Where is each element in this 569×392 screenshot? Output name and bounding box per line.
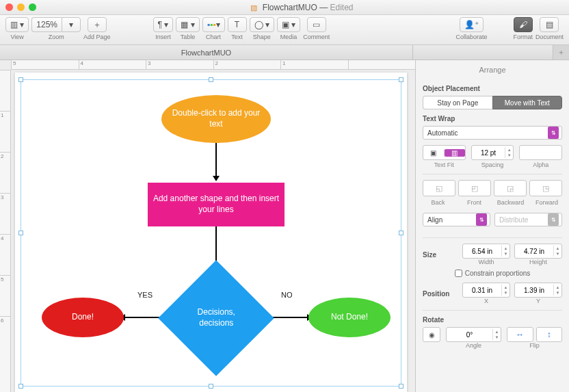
shape-button[interactable]: ◯ ▾ [250, 17, 274, 32]
angle-stepper[interactable]: ▲▼ [446, 327, 501, 342]
angle-input[interactable] [447, 331, 492, 339]
send-to-back-button[interactable]: ◱ [423, 180, 455, 196]
media-button[interactable]: ▣ ▾ [277, 17, 300, 32]
inline-fit-icon: ▣ [423, 149, 445, 157]
width-input[interactable] [463, 248, 501, 255]
bring-to-front-button[interactable]: ◰ [458, 180, 491, 196]
zoom-dropdown-button[interactable]: ▾ [62, 17, 81, 32]
collaborate-label: Collaborate [455, 34, 487, 40]
flip-label: Flip [507, 342, 562, 349]
horizontal-ruler: 54321 [11, 60, 415, 70]
chevron-updown-icon: ⇅ [548, 213, 559, 226]
tab-flowchartmuo[interactable]: FlowchartMUO [0, 45, 413, 60]
view-button[interactable]: ▥ ▾ [5, 17, 29, 32]
zoom-label: Zoom [49, 34, 64, 40]
canvas-area[interactable]: 54321 123456 [0, 60, 415, 392]
document-button[interactable]: ▤ [540, 17, 559, 32]
placement-heading: Object Placement [423, 85, 562, 92]
flip-horizontal-button[interactable]: ↔ [507, 327, 533, 342]
chart-label: Chart [206, 34, 221, 40]
size-label: Size [423, 251, 457, 259]
resize-handle-bl[interactable] [18, 384, 23, 389]
zoom-value-button[interactable]: 125% [31, 17, 62, 32]
view-label: View [10, 34, 23, 40]
comment-label: Comment [303, 34, 330, 40]
rotation-knob[interactable]: ◉ [423, 327, 440, 342]
chevron-updown-icon: ⇅ [476, 213, 487, 226]
connector-label-no[interactable]: NO [281, 291, 293, 299]
minimize-icon[interactable] [17, 3, 25, 11]
constrain-proportions-checkbox[interactable] [455, 270, 462, 277]
spacing-input[interactable] [472, 149, 505, 157]
forward-label: Forward [531, 199, 562, 206]
height-input[interactable] [515, 248, 553, 255]
window-controls [5, 3, 36, 11]
move-with-text-option[interactable]: Move with Text [492, 96, 563, 109]
resize-handle-tr[interactable] [399, 77, 403, 82]
y-stepper[interactable]: ▲▼ [514, 283, 562, 298]
textwrap-dropdown[interactable]: Automatic⇅ [423, 126, 562, 140]
bring-forward-button[interactable]: ◳ [529, 180, 562, 196]
rotate-heading: Rotate [423, 316, 562, 324]
send-backward-button[interactable]: ◲ [494, 180, 527, 196]
terminator-shape-start[interactable]: Double-click to add your text [161, 95, 271, 143]
resize-handle-br[interactable] [399, 384, 403, 389]
flip-vertical-button[interactable]: ↕ [536, 327, 563, 342]
connector-label-yes[interactable]: YES [137, 291, 153, 299]
width-stepper[interactable]: ▲▼ [462, 244, 510, 259]
table-button[interactable]: ▦ ▾ [176, 17, 199, 32]
table-label: Table [181, 34, 196, 40]
placement-segment[interactable]: Stay on Page Move with Text [423, 96, 562, 109]
alpha-label: Alpha [533, 161, 548, 168]
main-toolbar: ▥ ▾ View 125% ▾ Zoom ＋ Add Page ¶ ▾ Inse… [0, 15, 569, 45]
window-titlebar: ▧ FlowchartMUO — Edited [0, 0, 569, 15]
stay-on-page-option[interactable]: Stay on Page [423, 96, 492, 109]
position-label: Position [423, 290, 457, 298]
text-fit-toggle[interactable]: ▣▥ [423, 145, 466, 160]
resize-handle-tm[interactable] [209, 77, 213, 82]
width-label: Width [462, 259, 510, 265]
document-page[interactable]: Double-click to add your text Add anothe… [15, 73, 407, 392]
textwrap-heading: Text Wrap [423, 115, 562, 122]
vertical-ruler: 123456 [0, 70, 11, 392]
inspector-panel: Arrange Object Placement Stay on Page Mo… [415, 60, 569, 392]
terminator-shape-done[interactable]: Done! [42, 298, 124, 337]
chart-button[interactable]: ▪▪▪ ▾ [202, 17, 225, 32]
y-input[interactable] [515, 287, 553, 294]
distribute-dropdown[interactable]: Distribute⇅ [494, 213, 562, 226]
process-shape[interactable]: Add another shape and then insert your l… [148, 183, 284, 226]
decision-shape[interactable]: Decisions, decisions [158, 260, 274, 376]
selection-box[interactable]: Double-click to add your text Add anothe… [21, 79, 401, 387]
document-title: ▧ FlowchartMUO — Edited [40, 3, 564, 12]
y-label: Y [514, 298, 562, 304]
align-dropdown[interactable]: Align⇅ [423, 213, 490, 226]
close-icon[interactable] [5, 3, 13, 11]
x-stepper[interactable]: ▲▼ [462, 283, 510, 298]
terminator-shape-notdone[interactable]: Not Done! [308, 298, 391, 337]
connector-line[interactable] [215, 143, 217, 177]
text-button[interactable]: T [228, 17, 247, 32]
spacing-label: Spacing [481, 161, 504, 168]
add-page-button[interactable]: ＋ [88, 17, 107, 32]
x-input[interactable] [463, 287, 501, 294]
resize-handle-mr[interactable] [399, 231, 403, 235]
tab-strip: FlowchartMUO ＋ [0, 45, 569, 60]
back-label: Back [423, 199, 453, 206]
insert-button[interactable]: ¶ ▾ [153, 17, 174, 32]
angle-label: Angle [446, 342, 501, 349]
resize-handle-bm[interactable] [209, 384, 213, 389]
height-stepper[interactable]: ▲▼ [514, 244, 562, 259]
x-label: X [462, 298, 510, 304]
collaborate-button[interactable]: 👤⁺ [460, 17, 484, 32]
resize-handle-tl[interactable] [18, 77, 23, 82]
alpha-field[interactable] [519, 145, 562, 160]
format-button[interactable]: 🖌 [514, 17, 533, 32]
above-below-fit-icon: ▥ [445, 149, 465, 157]
resize-handle-ml[interactable] [18, 231, 23, 235]
spacing-stepper[interactable]: ▲▼ [471, 145, 514, 160]
comment-button[interactable]: ▭ [307, 17, 326, 32]
constrain-label: Constrain proportions [465, 270, 531, 277]
new-tab-button[interactable]: ＋ [553, 45, 569, 60]
zoom-icon[interactable] [29, 3, 36, 11]
backward-label: Backward [495, 199, 526, 206]
